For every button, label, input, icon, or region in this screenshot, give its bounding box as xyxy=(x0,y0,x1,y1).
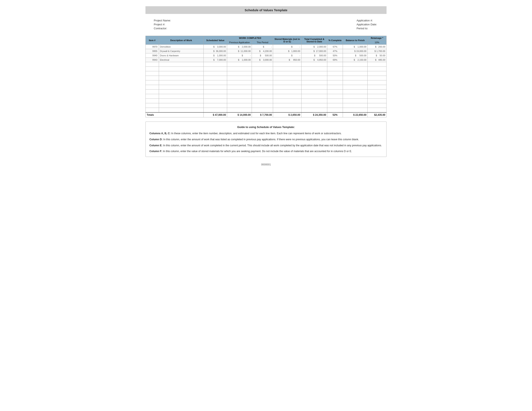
item-balance: $ 1,000.00 xyxy=(343,45,368,49)
item-this-period: $ 3,000.00 xyxy=(252,58,273,62)
page-number: 0000001 xyxy=(145,163,387,166)
empty-row xyxy=(146,76,387,80)
item-balance: $ 2,150.00 xyxy=(343,58,368,62)
col-header-total: Total Completed & Stored to Date xyxy=(301,36,327,45)
totals-total: $ 24,350.00 xyxy=(301,112,327,117)
item-pct: 69% xyxy=(327,58,343,62)
contractor-label: Contractor: xyxy=(154,27,167,30)
item-stored: $ - xyxy=(273,45,301,49)
guide-col-abc: Columns A, B, C: In these columns, enter… xyxy=(149,132,383,135)
table-row: 9955 Drywall & Carpentry $ 36,000.00 $ 1… xyxy=(146,49,387,53)
item-this-period: $ - xyxy=(252,45,273,49)
col-header-item: Item # xyxy=(146,36,159,45)
project-num-label: Project #: xyxy=(154,23,165,26)
totals-balance: $ 22,650.00 xyxy=(343,112,368,117)
item-balance: $ 19,000.00 xyxy=(343,49,368,53)
table-row: 9940 Doors & Hardware $ 1,000.00 $ - $ 5… xyxy=(146,53,387,58)
item-total: $ 2,000.00 xyxy=(301,45,327,49)
project-info-left: Project Name: Project #: Contractor: xyxy=(154,19,172,30)
totals-stored: $ 2,650.00 xyxy=(273,112,301,117)
item-pct: 50% xyxy=(327,53,343,58)
empty-row xyxy=(146,108,387,112)
item-pct: 67% xyxy=(327,45,343,49)
totals-retainage: $2,435.00 xyxy=(368,112,387,117)
totals-scheduled: $ 47,000.00 xyxy=(203,112,227,117)
item-previous: $ 11,000.00 xyxy=(227,49,252,53)
item-this-period: $ 4,200.00 xyxy=(252,49,273,53)
table-row: 9970 Demolition $ 3,000.00 $ 2,000.00 $ … xyxy=(146,45,387,49)
empty-row xyxy=(146,99,387,103)
col-header-work-completed: WORK COMPLETED xyxy=(227,36,273,40)
item-this-period: $ 500.00 xyxy=(252,53,273,58)
empty-row xyxy=(146,67,387,71)
project-name-label: Project Name: xyxy=(154,19,171,22)
empty-row xyxy=(146,94,387,99)
item-total: $ 17,000.00 xyxy=(301,49,327,53)
empty-row xyxy=(146,62,387,67)
schedule-table: Item # Description of Work Scheduled Val… xyxy=(145,36,387,117)
item-num: 9955 xyxy=(146,49,159,53)
project-info-right: Application #: Application Date: Period … xyxy=(357,19,378,30)
col-header-balance: Balance to Finish xyxy=(343,36,368,45)
period-label: Period to: xyxy=(357,27,368,30)
table-row: 9943 Electrical $ 7,000.00 $ 1,000.00 $ … xyxy=(146,58,387,62)
item-num: 9970 xyxy=(146,45,159,49)
col-header-this-period: This Period xyxy=(252,40,273,45)
empty-row xyxy=(146,71,387,76)
item-pct: 47% xyxy=(327,49,343,53)
guide-title: Guide to using Schedule of Values Templa… xyxy=(149,125,383,129)
item-scheduled: $ 7,000.00 xyxy=(203,58,227,62)
totals-row: Totals $ 47,000.00 $ 14,000.00 $ 7,700.0… xyxy=(146,112,387,117)
col-header-retainage-label: Retainage * xyxy=(368,36,387,40)
empty-row xyxy=(146,85,387,90)
item-description: Demolition xyxy=(159,45,203,49)
empty-row xyxy=(146,103,387,108)
totals-this-period: $ 7,700.00 xyxy=(252,112,273,117)
item-scheduled: $ 36,000.00 xyxy=(203,49,227,53)
item-description: Drywall & Carpentry xyxy=(159,49,203,53)
totals-previous: $ 14,000.00 xyxy=(227,112,252,117)
item-num: 9940 xyxy=(146,53,159,58)
app-date-label: Application Date: xyxy=(357,23,377,26)
col-header-stored: Stored Materials (not in D or E) xyxy=(273,36,301,45)
page-title: Schedule of Values Template xyxy=(145,6,387,14)
empty-row xyxy=(146,80,387,85)
item-scheduled: $ 3,000.00 xyxy=(203,45,227,49)
item-retainage: $ 485.00 xyxy=(368,58,387,62)
item-description: Doors & Hardware xyxy=(159,53,203,58)
item-retainage: $ 1,700.00 xyxy=(368,49,387,53)
guide-col-e: Column E: In this column, enter the amou… xyxy=(149,143,383,148)
item-description: Electrical xyxy=(159,58,203,62)
item-retainage: $ 200.00 xyxy=(368,45,387,49)
col-header-pct: % Complete xyxy=(327,36,343,45)
col-header-retainage-pct: 10% xyxy=(368,40,387,45)
guide-box: Guide to using Schedule of Values Templa… xyxy=(145,122,387,157)
item-num: 9943 xyxy=(146,58,159,62)
item-scheduled: $ 1,000.00 xyxy=(203,53,227,58)
item-stored: $ - xyxy=(273,53,301,58)
project-info: Project Name: Project #: Contractor: App… xyxy=(145,19,387,30)
totals-pct: 52% xyxy=(327,112,343,117)
empty-row xyxy=(146,90,387,94)
item-previous: $ 1,000.00 xyxy=(227,58,252,62)
app-num-label: Application #: xyxy=(357,19,373,22)
item-total: $ 500.00 xyxy=(301,53,327,58)
item-retainage: $ 50.00 xyxy=(368,53,387,58)
item-stored: $ 1,800.00 xyxy=(273,49,301,53)
item-total: $ 4,850.00 xyxy=(301,58,327,62)
item-previous: $ 2,000.00 xyxy=(227,45,252,49)
item-balance: $ 500.00 xyxy=(343,53,368,58)
item-previous: $ - xyxy=(227,53,252,58)
table-header-row: Item # Description of Work Scheduled Val… xyxy=(146,36,387,40)
totals-label: Totals xyxy=(146,112,204,117)
guide-col-f: Column F: In this column, enter the valu… xyxy=(149,149,383,153)
col-header-description: Description of Work xyxy=(159,36,203,45)
col-header-previous: Previous Application xyxy=(227,40,252,45)
guide-col-d: Column D: In this column, enter the amou… xyxy=(149,138,383,142)
col-header-scheduled: Scheduled Value xyxy=(203,36,227,45)
item-stored: $ 850.00 xyxy=(273,58,301,62)
